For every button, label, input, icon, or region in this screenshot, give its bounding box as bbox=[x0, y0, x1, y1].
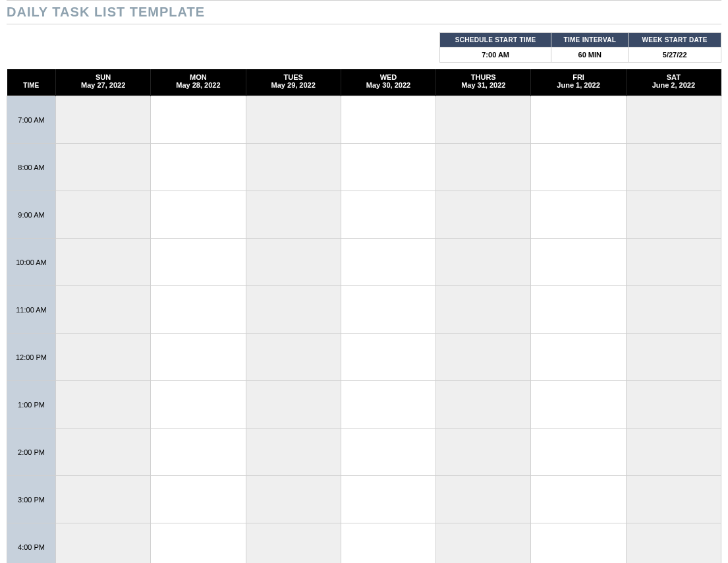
task-cell[interactable] bbox=[436, 523, 531, 564]
day-header: FRIJune 1, 2022 bbox=[531, 69, 626, 96]
task-cell[interactable] bbox=[56, 381, 151, 429]
settings-value-week-start[interactable]: 5/27/22 bbox=[629, 47, 721, 63]
task-cell[interactable] bbox=[246, 239, 341, 286]
task-cell[interactable] bbox=[56, 144, 151, 191]
day-date: May 28, 2022 bbox=[154, 81, 242, 89]
task-cell[interactable] bbox=[151, 286, 246, 334]
schedule-row: 7:00 AM bbox=[7, 96, 721, 144]
schedule-row: 11:00 AM bbox=[7, 286, 721, 334]
task-cell[interactable] bbox=[626, 429, 721, 476]
task-cell[interactable] bbox=[626, 144, 721, 191]
schedule-row: 3:00 PM bbox=[7, 476, 721, 523]
task-cell[interactable] bbox=[56, 191, 151, 239]
task-cell[interactable] bbox=[341, 334, 435, 381]
day-name: SUN bbox=[59, 73, 148, 81]
task-cell[interactable] bbox=[151, 144, 246, 191]
day-name: SAT bbox=[629, 73, 718, 81]
day-date: May 29, 2022 bbox=[249, 81, 338, 89]
task-cell[interactable] bbox=[56, 429, 151, 476]
task-cell[interactable] bbox=[626, 334, 721, 381]
task-cell[interactable] bbox=[531, 191, 626, 239]
task-cell[interactable] bbox=[246, 96, 341, 144]
task-cell[interactable] bbox=[436, 334, 531, 381]
task-cell[interactable] bbox=[246, 523, 341, 564]
task-cell[interactable] bbox=[341, 191, 435, 239]
task-cell[interactable] bbox=[341, 381, 435, 429]
schedule-row: 8:00 AM bbox=[7, 144, 721, 191]
settings-panel: SCHEDULE START TIME TIME INTERVAL WEEK S… bbox=[7, 32, 721, 63]
task-cell[interactable] bbox=[56, 334, 151, 381]
task-cell[interactable] bbox=[341, 96, 435, 144]
task-cell[interactable] bbox=[341, 239, 435, 286]
day-date: May 30, 2022 bbox=[344, 81, 433, 89]
task-cell[interactable] bbox=[436, 239, 531, 286]
task-cell[interactable] bbox=[531, 476, 626, 523]
task-cell[interactable] bbox=[151, 381, 246, 429]
task-cell[interactable] bbox=[531, 144, 626, 191]
settings-header-start-time: SCHEDULE START TIME bbox=[440, 33, 551, 47]
task-cell[interactable] bbox=[56, 476, 151, 523]
task-cell[interactable] bbox=[341, 523, 435, 564]
task-cell[interactable] bbox=[436, 381, 531, 429]
task-cell[interactable] bbox=[151, 429, 246, 476]
settings-header-interval: TIME INTERVAL bbox=[551, 33, 629, 47]
task-cell[interactable] bbox=[626, 191, 721, 239]
settings-value-start-time[interactable]: 7:00 AM bbox=[440, 47, 551, 63]
task-cell[interactable] bbox=[56, 286, 151, 334]
task-cell[interactable] bbox=[626, 381, 721, 429]
schedule-row: 9:00 AM bbox=[7, 191, 721, 239]
task-cell[interactable] bbox=[341, 429, 435, 476]
task-cell[interactable] bbox=[626, 239, 721, 286]
task-cell[interactable] bbox=[626, 96, 721, 144]
task-cell[interactable] bbox=[246, 144, 341, 191]
settings-header-week-start: WEEK START DATE bbox=[629, 33, 721, 47]
schedule-row: 1:00 PM bbox=[7, 381, 721, 429]
task-cell[interactable] bbox=[151, 523, 246, 564]
task-cell[interactable] bbox=[626, 286, 721, 334]
task-cell[interactable] bbox=[531, 96, 626, 144]
task-cell[interactable] bbox=[341, 144, 435, 191]
task-cell[interactable] bbox=[626, 476, 721, 523]
task-cell[interactable] bbox=[531, 239, 626, 286]
time-cell: 10:00 AM bbox=[7, 239, 56, 286]
task-cell[interactable] bbox=[341, 286, 435, 334]
task-cell[interactable] bbox=[246, 476, 341, 523]
task-cell[interactable] bbox=[626, 523, 721, 564]
task-cell[interactable] bbox=[531, 381, 626, 429]
task-cell[interactable] bbox=[436, 96, 531, 144]
task-cell[interactable] bbox=[531, 523, 626, 564]
day-name: WED bbox=[344, 73, 433, 81]
task-cell[interactable] bbox=[531, 334, 626, 381]
time-cell: 12:00 PM bbox=[7, 334, 56, 381]
schedule-row: 4:00 PM bbox=[7, 523, 721, 564]
day-name: FRI bbox=[534, 73, 623, 81]
task-cell[interactable] bbox=[436, 191, 531, 239]
day-name: TUES bbox=[249, 73, 338, 81]
task-cell[interactable] bbox=[151, 334, 246, 381]
task-cell[interactable] bbox=[246, 286, 341, 334]
task-cell[interactable] bbox=[151, 239, 246, 286]
time-cell: 9:00 AM bbox=[7, 191, 56, 239]
time-cell: 8:00 AM bbox=[7, 144, 56, 191]
task-cell[interactable] bbox=[246, 381, 341, 429]
task-cell[interactable] bbox=[56, 239, 151, 286]
task-cell[interactable] bbox=[531, 286, 626, 334]
task-cell[interactable] bbox=[246, 191, 341, 239]
settings-value-interval[interactable]: 60 MIN bbox=[551, 47, 629, 63]
time-cell: 4:00 PM bbox=[7, 523, 56, 564]
day-header: TUESMay 29, 2022 bbox=[246, 69, 341, 96]
task-cell[interactable] bbox=[151, 96, 246, 144]
task-cell[interactable] bbox=[436, 476, 531, 523]
task-cell[interactable] bbox=[56, 96, 151, 144]
task-cell[interactable] bbox=[436, 286, 531, 334]
task-cell[interactable] bbox=[151, 476, 246, 523]
task-cell[interactable] bbox=[436, 144, 531, 191]
task-cell[interactable] bbox=[246, 429, 341, 476]
task-cell[interactable] bbox=[531, 429, 626, 476]
task-cell[interactable] bbox=[56, 523, 151, 564]
task-cell[interactable] bbox=[436, 429, 531, 476]
time-cell: 7:00 AM bbox=[7, 96, 56, 144]
task-cell[interactable] bbox=[341, 476, 435, 523]
task-cell[interactable] bbox=[246, 334, 341, 381]
task-cell[interactable] bbox=[151, 191, 246, 239]
